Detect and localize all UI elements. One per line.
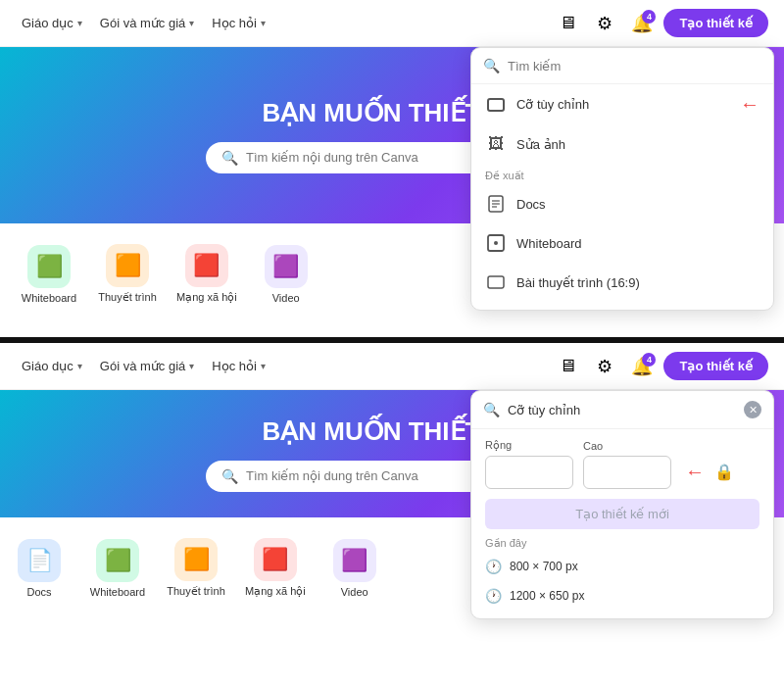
height-input[interactable] [583,456,671,489]
monitor2-icon-btn[interactable]: 🖥 [552,351,583,382]
dropdown-edit-photo[interactable]: 🖼 Sửa ảnh [471,124,773,164]
chevron-down-icon: ▾ [261,361,266,371]
notifications2-icon-btn[interactable]: 🔔 4 [626,351,658,382]
social-icon: 🟥 [185,244,228,287]
dropdown-custom-size[interactable]: Cỡ tùy chỉnh ← [471,84,773,124]
nav2-education[interactable]: Giáo dục ▾ [16,355,88,377]
top-section: Giáo dục ▾ Gói và mức giá ▾ Học hỏi ▾ 🖥 … [0,0,784,343]
arrow-left-icon: ← [685,461,705,483]
top-navbar: Giáo dục ▾ Gói và mức giá ▾ Học hỏi ▾ 🖥 … [0,0,784,47]
settings-icon-btn[interactable]: ⚙ [589,8,620,39]
svg-rect-7 [488,276,504,288]
nav2-learn[interactable]: Học hỏi ▾ [206,355,271,377]
chevron-down-icon: ▾ [261,18,266,28]
tool2-docs-label: Docs [26,586,51,598]
nav-pricing[interactable]: Gói và mức giá ▾ [94,12,200,34]
monitor-icon: 🖥 [559,356,576,376]
gear-icon: ⚙ [597,13,612,34]
dropdown-close-button[interactable]: ✕ [744,401,761,418]
whiteboard-icon: 🟩 [27,245,71,288]
custom-size-fields: Rộng Cao ← 🔒 [471,429,773,499]
dropdown-docs[interactable]: Docs [471,184,773,223]
tool-social-label: Mạng xã hội [176,291,237,304]
create-design-button2[interactable]: Tạo thiết kế [663,352,768,380]
create-new-button[interactable]: Tạo thiết kế mới [485,499,760,529]
notification-badge2: 4 [642,353,656,367]
tool2-video-label: Video [341,586,368,598]
tool2-whiteboard-label: Whiteboard [90,586,145,598]
dropdown-bottom-header: 🔍 Cỡ tùy chỉnh ✕ [471,391,773,429]
notification-badge: 4 [642,10,656,24]
svg-point-6 [494,241,498,245]
presentation-icon: 🟧 [106,244,149,287]
bottom-navbar: Giáo dục ▾ Gói và mức giá ▾ Học hỏi ▾ 🖥 … [0,343,784,390]
tool-video[interactable]: 🟪 Video [247,223,325,312]
clock-icon: 🕐 [485,559,502,574]
tool2-video[interactable]: 🟪 Video [316,517,394,606]
tool-video-label: Video [272,292,300,304]
dropdown-presentation[interactable]: Bài thuyết trình (16:9) [471,263,773,302]
width-field-group: Rộng [485,439,573,489]
settings2-icon-btn[interactable]: ⚙ [589,351,620,382]
arrow-right-icon: ← [740,93,760,116]
nav-education[interactable]: Giáo dục ▾ [16,12,88,34]
recent-item-2[interactable]: 🕐 1200 × 650 px [471,581,773,611]
docs-icon [485,193,507,215]
dropdown-search-row[interactable]: 🔍 [471,48,773,84]
chevron-down-icon: ▾ [189,361,194,371]
gear-icon: ⚙ [597,356,612,377]
custom-size-icon [485,94,507,116]
bottom-section: Giáo dục ▾ Gói và mức giá ▾ Học hỏi ▾ 🖥 … [0,343,784,686]
dropdown-search-input[interactable] [508,59,761,74]
chevron-down-icon: ▾ [77,18,82,28]
video2-icon: 🟪 [333,539,376,582]
height-label: Cao [583,440,671,452]
tool2-whiteboard[interactable]: 🟩 Whiteboard [78,517,157,606]
top-dropdown: 🔍 Cỡ tùy chỉnh ← 🖼 Sửa ảnh Đề xuất Docs … [470,47,774,311]
tool-whiteboard[interactable]: 🟩 Whiteboard [10,223,88,312]
tool-presentation-label: Thuyết trình [98,291,157,304]
presentation-menu-icon [485,271,507,293]
notifications-icon-btn[interactable]: 🔔 4 [626,8,658,39]
tool2-social[interactable]: 🟥 Mạng xã hội [235,517,316,606]
tool2-docs[interactable]: 📄 Docs [0,517,78,606]
chevron-down-icon: ▾ [77,361,82,371]
width-input[interactable] [485,456,573,489]
whiteboard2-icon: 🟩 [96,539,139,582]
width-label: Rộng [485,439,573,452]
search-icon: 🔍 [483,58,500,74]
docs-tool-icon: 📄 [18,539,61,582]
recent-label: Gần đây [471,529,773,552]
tool2-presentation-label: Thuyết trình [167,585,225,598]
dropdown-whiteboard[interactable]: Whiteboard [471,223,773,263]
chevron-down-icon: ▾ [189,18,194,28]
dropdown-section-label: Đề xuất [471,164,773,184]
monitor-icon: 🖥 [559,13,576,33]
tool-presentation[interactable]: 🟧 Thuyết trình [88,223,167,312]
clock-icon: 🕐 [485,588,502,604]
lock-icon: 🔒 [714,463,734,481]
nav2-pricing[interactable]: Gói và mức giá ▾ [94,355,200,377]
search-icon: 🔍 [221,468,238,484]
create-design-button[interactable]: Tạo thiết kế [663,9,768,37]
svg-rect-0 [488,99,504,111]
tool-social[interactable]: 🟥 Mạng xã hội [167,223,247,312]
bottom-dropdown: 🔍 Cỡ tùy chỉnh ✕ Rộng Cao ← 🔒 Tạo thiết … [470,390,774,619]
search-icon: 🔍 [221,150,238,166]
tool2-social-label: Mạng xã hội [245,585,306,598]
nav-learn[interactable]: Học hỏi ▾ [206,12,271,34]
social2-icon: 🟥 [254,538,297,581]
recent-item-1[interactable]: 🕐 784 × 686 px [471,552,773,581]
monitor-icon-btn[interactable]: 🖥 [552,8,583,39]
video-icon: 🟪 [265,245,308,288]
edit-photo-icon: 🖼 [485,133,507,155]
tool-whiteboard-label: Whiteboard [22,292,76,304]
height-field-group: Cao [583,440,671,489]
whiteboard-menu-icon [485,232,507,254]
tool2-presentation[interactable]: 🟧 Thuyết trình [157,517,235,606]
search-icon2: 🔍 [483,402,500,417]
presentation2-icon: 🟧 [174,538,218,581]
